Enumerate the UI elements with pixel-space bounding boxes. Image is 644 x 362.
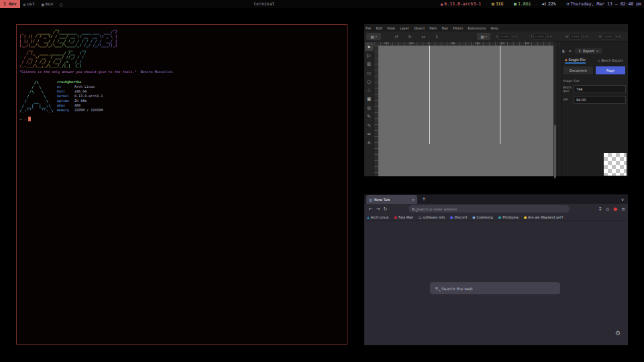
layers-icon[interactable]: ≡ — [569, 49, 572, 53]
x-coordinate-field[interactable]: X 0.000−+ — [496, 34, 518, 40]
rotate-cw-icon: ↻ — [408, 34, 411, 39]
bookmark-discord[interactable]: ● Discord — [450, 215, 467, 219]
width-field[interactable]: W 0.000−+ — [566, 34, 588, 40]
calligraphy-tool[interactable]: ≈ — [365, 129, 374, 138]
fetch-row: uptime2h 44m — [57, 99, 103, 103]
workspace-empty[interactable]: □ — [56, 0, 66, 8]
ellipse-icon: ○ — [367, 79, 371, 84]
selection-mode-dropdown[interactable]: ▦ ▾ — [366, 33, 381, 40]
rotate-ccw-button[interactable]: ↺ — [392, 33, 400, 40]
shell-prompt[interactable]: ~ › — [19, 117, 31, 121]
flip-horizontal-button[interactable]: ↔ — [419, 33, 427, 40]
close-icon[interactable]: × — [596, 49, 599, 53]
pen-tool[interactable]: ✎ — [365, 112, 374, 121]
date-time: Thursday, Mar 13 — 02:48 pm — [570, 1, 641, 7]
menu-object[interactable]: Object — [414, 26, 425, 30]
back-button[interactable]: ← — [367, 205, 374, 213]
dialog-tab-strip: ◧ ≡ ↥ Export × — [562, 47, 602, 55]
volume-module[interactable]: ◄) 22% — [541, 1, 556, 7]
terminal-window[interactable]: __ __ _ ______ / /________ ____ ___ ___/… — [16, 24, 347, 345]
new-tab-button[interactable]: + — [421, 196, 427, 202]
menu-extensions[interactable]: Extensions — [468, 26, 486, 30]
export-width-input[interactable]: 794 — [574, 85, 626, 93]
clock-module: ◔ Thursday, Mar 13 — 02:48 pm — [566, 1, 641, 7]
bookmark-are-we-wayland-yet[interactable]: ● Are we Wayland yet? — [524, 215, 564, 219]
quote-author: Benito Mussolini — [137, 70, 173, 74]
memory-icon: ▦ — [514, 1, 517, 7]
text-tool-icon: A — [368, 140, 370, 145]
fill-stroke-icon[interactable]: ◧ — [562, 49, 566, 53]
fetch-row: kernel6.13.8-arch3-1 — [57, 94, 103, 99]
menu-edit[interactable]: Edit — [376, 26, 382, 30]
pencil-tool[interactable]: ∿ — [365, 121, 374, 129]
bookmark-arch-linux[interactable]: ▲ Arch Linux — [367, 215, 388, 219]
rotate-cw-button[interactable]: ↻ — [406, 33, 414, 40]
bookmark-tuta-mail[interactable]: ● Tuta Mail — [394, 215, 413, 219]
ellipse-tool[interactable]: ○ — [365, 77, 374, 86]
extension-icon[interactable]: ● — [613, 206, 617, 212]
box3d-tool[interactable]: ▣ — [365, 95, 374, 103]
shape-builder-tool[interactable]: ⊞ — [365, 60, 374, 68]
personalize-gear-icon[interactable]: ⚙ — [615, 330, 621, 337]
export-dpi-input[interactable]: 96.00 — [574, 96, 626, 104]
bookmark-folder-software-refs[interactable]: ▭ software refs — [419, 215, 445, 219]
separator: · — [507, 2, 510, 7]
workspace-dev[interactable]: 1 dev — [0, 0, 20, 8]
bookmark-codeberg[interactable]: ● Codeberg — [472, 215, 493, 219]
menu-icon[interactable]: ≡ — [621, 206, 625, 212]
export-document-button[interactable]: Document — [563, 66, 594, 75]
bookmark-photopea[interactable]: ● Photopea — [498, 215, 519, 219]
menu-layer[interactable]: Layer — [400, 26, 409, 30]
arch-ascii-logo: /\ / \ /\ \ / \ / __ \ / __| |__-\/_-'' … — [19, 80, 54, 113]
box3d-icon: ▣ — [367, 97, 372, 102]
selector-tool[interactable]: ➤ — [365, 42, 374, 51]
height-field[interactable]: H 0.000−+ — [599, 34, 621, 40]
volume-level: 22% — [548, 1, 556, 7]
star-icon: ☆ — [367, 88, 371, 93]
star-tool[interactable]: ☆ — [365, 86, 374, 95]
drawing-canvas[interactable] — [378, 46, 553, 176]
rectangle-tool[interactable]: ▭ — [365, 68, 374, 77]
align-dropdown[interactable]: ▦ ▾ — [477, 33, 490, 40]
fetch-row: pkgs480 — [57, 103, 103, 108]
menu-path[interactable]: Path — [429, 26, 437, 30]
page-left-edge — [429, 46, 430, 144]
workspace-ust[interactable]: ⚙ ust — [20, 0, 38, 8]
menu-file[interactable]: File — [366, 26, 371, 30]
tuta-icon: ● — [394, 215, 396, 219]
menu-filters[interactable]: Filters — [453, 26, 463, 30]
menu-help[interactable]: Help — [490, 26, 498, 30]
reload-button[interactable]: ↻ — [382, 205, 389, 213]
export-page-button[interactable]: Page — [595, 66, 626, 75]
text-tool[interactable]: A — [365, 138, 374, 147]
forward-button[interactable]: → — [374, 205, 382, 213]
node-tool[interactable]: ▷ — [365, 51, 374, 60]
export-dialog-tab[interactable]: ↥ Export × — [575, 48, 602, 54]
flip-vertical-button[interactable]: ↕ — [433, 33, 441, 40]
menu-view[interactable]: View — [387, 26, 395, 30]
fetch-row: hostx86_64 — [57, 89, 103, 94]
globe-icon: ◍ — [369, 198, 372, 202]
web-search-box[interactable]: Search the web — [430, 282, 560, 294]
wayland-icon: ● — [524, 215, 527, 219]
firefox-window[interactable]: ◍ New Tab × + ∨ ← → ↻ Search or enter ad… — [364, 194, 628, 345]
spiral-tool[interactable]: ◎ — [365, 103, 374, 112]
search-icon — [435, 287, 438, 290]
fetch-row: memory3295M / 32039M — [57, 108, 103, 113]
inkscape-window[interactable]: File Edit View Layer Object Path Text Fi… — [364, 24, 628, 176]
scrollbar-thumb[interactable] — [554, 125, 556, 178]
list-all-tabs-button[interactable]: ∨ — [619, 196, 626, 202]
tab-single-file[interactable]: ▪ Single File — [565, 56, 586, 64]
menu-text[interactable]: Text — [441, 26, 448, 30]
downloads-icon[interactable]: ↧ — [598, 206, 602, 212]
search-icon — [412, 208, 415, 210]
kernel-module: ▲ 6.13.8-arch3-1 — [440, 1, 481, 7]
active-tab[interactable]: ◍ New Tab × — [366, 195, 417, 204]
workspace-label: ust — [27, 1, 35, 7]
y-coordinate-field[interactable]: Y 0.000−+ — [531, 34, 552, 40]
workspace-mux[interactable]: ▣ mux — [38, 0, 56, 8]
tab-batch-export[interactable]: ▫ Batch Export — [598, 56, 623, 64]
home-icon[interactable]: ⌂ — [606, 206, 609, 212]
close-tab-icon[interactable]: × — [411, 198, 415, 202]
url-bar[interactable]: Search or enter address — [409, 205, 570, 213]
